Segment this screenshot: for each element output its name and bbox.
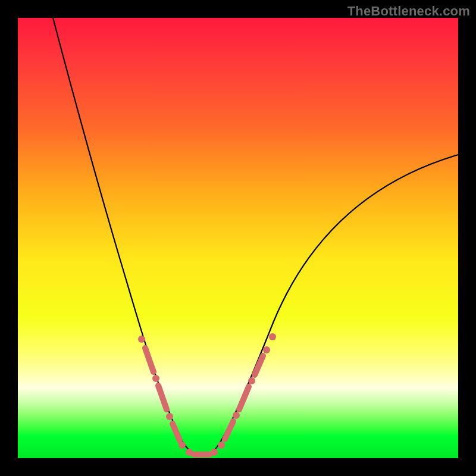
plot-area [18,18,458,458]
watermark-label: TheBottleneck.com [347,4,470,19]
chart-container: TheBottleneck.com [0,0,476,476]
